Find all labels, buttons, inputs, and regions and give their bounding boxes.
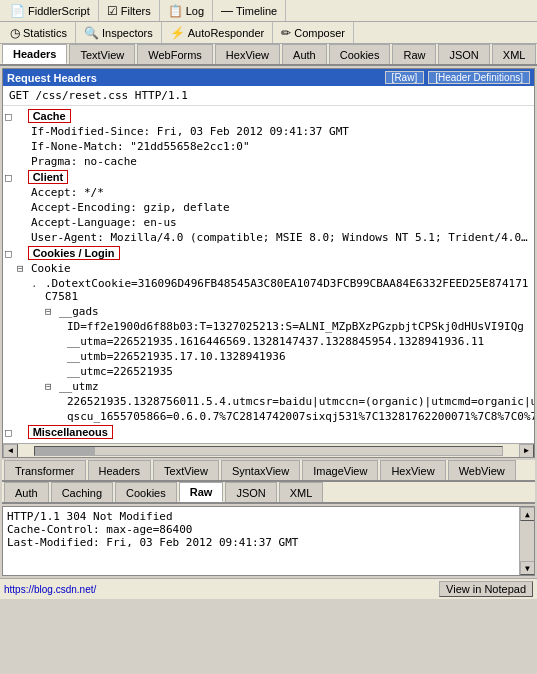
cache-if-none-match: If-None-Match: "21dd55658e2cc1:0" — [3, 139, 534, 154]
inspectors-icon: 🔍 — [84, 26, 99, 40]
cache-pragma: Pragma: no-cache — [3, 154, 534, 169]
tree-expand-cache: □ — [5, 110, 12, 123]
bottom-tab-bar-1: Transformer Headers TextView SyntaxView … — [2, 460, 535, 482]
bottom-scroll-down[interactable]: ▼ — [520, 561, 535, 575]
group-label-client: Client — [28, 170, 69, 184]
tab-caching[interactable]: Caching — [51, 482, 113, 502]
client-accept-language: Accept-Language: en-us — [3, 215, 534, 230]
tab-hexview2[interactable]: HexView — [380, 460, 445, 480]
client-user-agent: User-Agent: Mozilla/4.0 (compatible; MSI… — [3, 230, 534, 245]
cookie-gads: ⊟ __gads — [3, 304, 534, 319]
autoresponder-icon: ⚡ — [170, 26, 185, 40]
tab-json2[interactable]: JSON — [225, 482, 276, 502]
tab-textview[interactable]: TextView — [69, 44, 135, 64]
tab-cookies2[interactable]: Cookies — [115, 482, 177, 502]
cache-if-modified-since: If-Modified-Since: Fri, 03 Feb 2012 09:4… — [3, 124, 534, 139]
client-accept: Accept: */* — [3, 185, 534, 200]
request-headers-title-bar: Request Headers [Raw] [Header Definition… — [3, 69, 534, 86]
view-in-notepad-button[interactable]: View in Notepad — [439, 581, 533, 597]
tab-json[interactable]: JSON — [438, 44, 489, 64]
client-accept-encoding: Accept-Encoding: gzip, deflate — [3, 200, 534, 215]
toolbar-filters-label: Filters — [121, 5, 151, 17]
group-misc-header: □ Miscellaneous — [3, 424, 534, 440]
tree-expand-client: □ — [5, 171, 12, 184]
tab-xml[interactable]: XML — [492, 44, 537, 64]
cookie-gads-label: __gads — [59, 305, 534, 318]
request-headers-title: Request Headers — [7, 72, 97, 84]
tab-textview2[interactable]: TextView — [153, 460, 219, 480]
cookie-utmz-label: __utmz — [59, 380, 534, 393]
toggle-dottext[interactable]: . — [31, 277, 45, 290]
main-content-area: Request Headers [Raw] [Header Definition… — [2, 68, 535, 458]
cookie-root-label: Cookie — [31, 262, 534, 275]
toolbar-filters[interactable]: ☑ Filters — [99, 0, 160, 21]
fiddlerscript-icon: 📄 — [10, 4, 25, 18]
group-cache-header: □ Cache — [3, 108, 534, 124]
tab-headers[interactable]: Headers — [2, 44, 67, 64]
tab-webview[interactable]: WebView — [448, 460, 516, 480]
tab-raw2[interactable]: Raw — [179, 482, 224, 502]
tab-headers2[interactable]: Headers — [88, 460, 152, 480]
tab-xml2[interactable]: XML — [279, 482, 324, 502]
cookie-dottext: . .DotextCookie=316096D496FB48545A3C80EA… — [3, 276, 534, 304]
toolbar-fiddlerscript-label: FiddlerScript — [28, 5, 90, 17]
cookie-utmz-value1: 226521935.1328756011.5.4.utmcsr=baidu|ut… — [3, 394, 534, 409]
composer-icon: ✏ — [281, 26, 291, 40]
group-label-cookies: Cookies / Login — [28, 246, 120, 260]
bottom-text-scrollbar[interactable]: ▲ ▼ — [519, 507, 534, 575]
toggle-cookie-root[interactable]: ⊟ — [17, 262, 31, 275]
bottom-scroll-track[interactable] — [520, 521, 534, 561]
cookie-dottext-value: .DotextCookie=316096D496FB48545A3C80EA10… — [45, 277, 534, 303]
tree-expand-cookies: □ — [5, 247, 12, 260]
toggle-utmz[interactable]: ⊟ — [45, 380, 59, 393]
cookie-utma: __utma=226521935.1616446569.1328147437.1… — [3, 334, 534, 349]
toolbar-inspectors[interactable]: 🔍 Inspectors — [76, 22, 162, 43]
content-scroll[interactable]: □ Cache If-Modified-Since: Fri, 03 Feb 2… — [3, 106, 534, 443]
tab-imageview[interactable]: ImageView — [302, 460, 378, 480]
group-client-header: □ Client — [3, 169, 534, 185]
tab-syntaxview[interactable]: SyntaxView — [221, 460, 300, 480]
toolbar-composer[interactable]: ✏ Composer — [273, 22, 354, 43]
toolbar-composer-label: Composer — [294, 27, 345, 39]
scroll-left-arrow[interactable]: ◄ — [3, 444, 18, 458]
cookie-gads-id: ID=ff2e1900d6f88b03:T=1327025213:S=ALNI_… — [3, 319, 534, 334]
toolbar-fiddlerscript[interactable]: 📄 FiddlerScript — [2, 0, 99, 21]
cookie-utmz: ⊟ __utmz — [3, 379, 534, 394]
toolbar-statistics-label: Statistics — [23, 27, 67, 39]
timeline-icon: — — [221, 4, 233, 18]
statistics-icon: ◷ — [10, 26, 20, 40]
raw-button[interactable]: [Raw] — [385, 71, 425, 84]
toolbar-log[interactable]: 📋 Log — [160, 0, 213, 21]
toolbar-statistics[interactable]: ◷ Statistics — [2, 22, 76, 43]
toolbar-autoresponder[interactable]: ⚡ AutoResponder — [162, 22, 273, 43]
tab-hexview[interactable]: HexView — [215, 44, 280, 64]
tab-webforms[interactable]: WebForms — [137, 44, 213, 64]
toolbar-inspectors-label: Inspectors — [102, 27, 153, 39]
tab-bar-1: Headers TextView WebForms HexView Auth C… — [0, 44, 537, 66]
horizontal-scrollbar[interactable]: ◄ ► — [3, 443, 534, 457]
title-buttons: [Raw] [Header Definitions] — [385, 71, 530, 84]
request-line: GET /css/reset.css HTTP/1.1 — [3, 86, 534, 106]
bottom-text-content: HTTP/1.1 304 Not Modified Cache-Control:… — [7, 510, 530, 549]
group-cookies-header: □ Cookies / Login — [3, 245, 534, 261]
tab-transformer[interactable]: Transformer — [4, 460, 86, 480]
toolbar-timeline[interactable]: — Timeline — [213, 0, 286, 21]
tab-cookies[interactable]: Cookies — [329, 44, 391, 64]
tab-auth[interactable]: Auth — [282, 44, 327, 64]
tab-raw[interactable]: Raw — [392, 44, 436, 64]
log-icon: 📋 — [168, 4, 183, 18]
tree-expand-misc: □ — [5, 426, 12, 439]
group-label-misc: Miscellaneous — [28, 425, 113, 439]
toggle-gads[interactable]: ⊟ — [45, 305, 59, 318]
notepad-bar: https://blog.csdn.net/ View in Notepad — [0, 578, 537, 599]
header-defs-button[interactable]: [Header Definitions] — [428, 71, 530, 84]
second-toolbar: ◷ Statistics 🔍 Inspectors ⚡ AutoResponde… — [0, 22, 537, 44]
top-toolbar: 📄 FiddlerScript ☑ Filters 📋 Log — Timeli… — [0, 0, 537, 22]
bottom-scroll-up[interactable]: ▲ — [520, 507, 535, 521]
scroll-right-arrow[interactable]: ► — [519, 444, 534, 458]
bottom-text-area: HTTP/1.1 304 Not Modified Cache-Control:… — [2, 506, 535, 576]
toolbar-log-label: Log — [186, 5, 204, 17]
toolbar-autoresponder-label: AutoResponder — [188, 27, 264, 39]
tab-auth2[interactable]: Auth — [4, 482, 49, 502]
scroll-track[interactable] — [34, 446, 503, 456]
